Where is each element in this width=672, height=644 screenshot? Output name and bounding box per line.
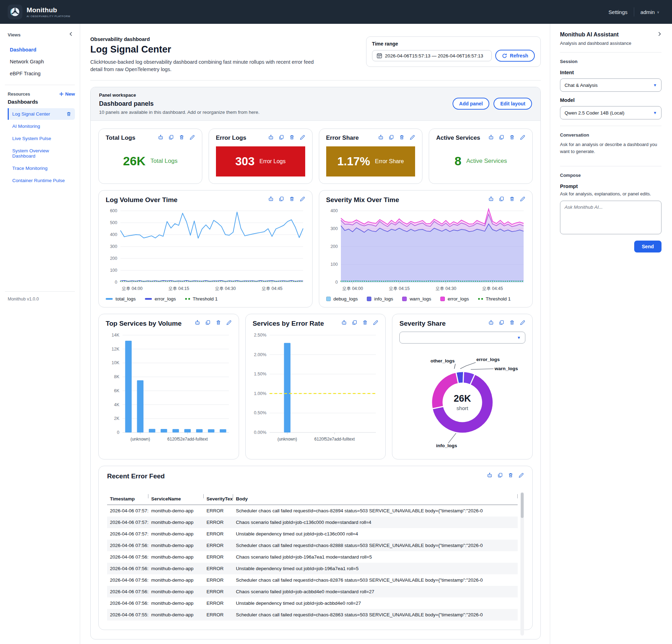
severity-share-donut: error_logswarn_logsinfo_logsother_logs26… — [399, 347, 525, 453]
delete-icon[interactable] — [509, 134, 515, 140]
dashboard-item-container-runtime-pulse[interactable]: Container Runtime Pulse — [8, 175, 75, 186]
duplicate-icon[interactable] — [499, 196, 504, 202]
error-feed-table: Timestamp ServiceName SeverityText Body … — [107, 494, 518, 621]
delete-icon[interactable] — [179, 134, 184, 140]
send-button[interactable]: Send — [634, 241, 662, 252]
user-menu[interactable]: admin ∨ — [640, 9, 659, 15]
column-header-timestamp[interactable]: Timestamp — [107, 494, 148, 505]
edit-icon[interactable] — [520, 320, 525, 325]
legend-item-warn_logs[interactable]: warn_logs — [402, 296, 431, 302]
conversation-label: Conversation — [560, 132, 662, 138]
delete-icon[interactable] — [509, 196, 515, 202]
feed-cell-severity: ERROR — [204, 517, 233, 528]
ai-robot-icon[interactable] — [488, 320, 494, 325]
svg-text:warn_logs: warn_logs — [494, 366, 518, 371]
delete-icon[interactable] — [362, 320, 368, 325]
duplicate-icon[interactable] — [499, 320, 504, 325]
duplicate-icon[interactable] — [279, 196, 284, 202]
ai-robot-icon[interactable] — [487, 472, 492, 478]
edit-icon[interactable] — [520, 196, 525, 202]
legend-item-error_logs[interactable]: error_logs — [440, 296, 469, 302]
dashboard-item-log-signal-center[interactable]: Log Signal Center — [8, 108, 75, 120]
panel-actions — [195, 320, 232, 325]
feed-cell-timestamp: 2026-04-06 07:55: — [107, 609, 148, 621]
duplicate-icon[interactable] — [168, 134, 174, 140]
feed-cell-service: monithub-demo-app — [148, 609, 204, 621]
delete-icon[interactable] — [216, 320, 221, 325]
chart-legend: debug_logsinfo_logswarn_logserror_logsTh… — [326, 296, 526, 302]
legend-item-debug_logs[interactable]: debug_logs — [326, 296, 358, 302]
edit-icon[interactable] — [226, 320, 232, 325]
feed-cell-severity: ERROR — [204, 540, 233, 551]
prompt-input[interactable] — [560, 201, 662, 234]
edit-icon[interactable] — [300, 134, 305, 140]
duplicate-icon[interactable] — [279, 134, 284, 140]
edit-layout-button[interactable]: Edit layout — [493, 98, 532, 110]
duplicate-icon[interactable] — [388, 134, 394, 140]
legend-item-threshold-1[interactable]: Threshold 1 — [478, 296, 511, 302]
ai-robot-icon[interactable] — [488, 196, 494, 202]
edit-icon[interactable] — [373, 320, 378, 325]
ai-robot-icon[interactable] — [268, 134, 274, 140]
add-panel-button[interactable]: Add panel — [453, 98, 490, 110]
panel-title: Log Volume Over Time — [106, 196, 177, 204]
sidebar-collapse-icon[interactable] — [67, 32, 75, 38]
ai-robot-icon[interactable] — [341, 320, 347, 325]
duplicate-icon[interactable] — [205, 320, 211, 325]
feed-cell-timestamp: 2026-04-06 07:56: — [107, 574, 148, 586]
time-range-input[interactable] — [372, 50, 492, 61]
legend-item-info_logs[interactable]: info_logs — [367, 296, 393, 302]
legend-item-error_logs[interactable]: error_logs — [145, 296, 176, 302]
workspace-subtitle: 10 panels are available in this dashboar… — [99, 110, 260, 115]
legend-item-threshold-1[interactable]: Threshold 1 — [185, 296, 218, 302]
dashboard-item-trace-monitoring[interactable]: Trace Monitoring — [8, 162, 75, 174]
delete-icon[interactable] — [509, 320, 515, 325]
time-range-value[interactable] — [385, 53, 487, 58]
ai-robot-icon[interactable] — [268, 196, 274, 202]
delete-icon[interactable] — [289, 196, 295, 202]
duplicate-icon[interactable] — [352, 320, 357, 325]
svg-text:6120f52e7add-fulltext: 6120f52e7add-fulltext — [314, 437, 355, 442]
edit-icon[interactable] — [520, 134, 525, 140]
column-header-servicename[interactable]: ServiceName — [148, 494, 204, 505]
settings-link[interactable]: Settings — [609, 9, 628, 15]
ai-robot-icon[interactable] — [158, 134, 163, 140]
severity-share-selector[interactable]: ▼ — [399, 332, 525, 344]
assistant-title: Monithub AI Assistant — [560, 32, 619, 38]
dashboard-item-live-system-pulse[interactable]: Live System Pulse — [8, 133, 75, 144]
legend-item-total_logs[interactable]: total_logs — [106, 296, 136, 302]
svg-text:오후 04:45: 오후 04:45 — [482, 286, 503, 291]
sidebar-item-network-graph[interactable]: Network Graph — [8, 57, 75, 66]
sidebar-item-dashboard[interactable]: Dashboard — [8, 46, 75, 54]
feed-row: 2026-04-06 07:56:monithub-demo-appERRORC… — [107, 551, 518, 563]
duplicate-icon[interactable] — [497, 472, 503, 478]
edit-icon[interactable] — [410, 134, 415, 140]
sidebar-item-ebpf-tracing[interactable]: eBPF Tracing — [8, 69, 75, 78]
refresh-button[interactable]: Refresh — [495, 50, 535, 62]
edit-icon[interactable] — [189, 134, 195, 140]
dashboard-item-ai-monitoring[interactable]: AI Monitoring — [8, 120, 75, 132]
ai-robot-icon[interactable] — [488, 134, 494, 140]
dashboard-item-system-overview[interactable]: System Overview Dashboard — [8, 145, 75, 162]
delete-icon[interactable] — [508, 472, 513, 478]
scrollbar-thumb[interactable] — [521, 493, 524, 518]
trash-icon[interactable] — [66, 111, 71, 117]
header-eyebrow: Observability dashboard — [90, 36, 314, 42]
model-select[interactable]: Qwen 2.5 Coder 14B (Local) ▼ — [560, 106, 662, 119]
assistant-expand-icon[interactable] — [658, 32, 662, 38]
edit-icon[interactable] — [300, 196, 305, 202]
duplicate-icon[interactable] — [499, 134, 504, 140]
column-header-severitytext[interactable]: SeverityText — [204, 494, 233, 505]
edit-icon[interactable] — [518, 472, 524, 478]
new-dashboard-button[interactable]: New — [59, 91, 75, 97]
delete-icon[interactable] — [399, 134, 405, 140]
table-scrollbar[interactable] — [520, 492, 524, 636]
feed-cell-severity: ERROR — [204, 563, 233, 574]
delete-icon[interactable] — [289, 134, 295, 140]
ai-robot-icon[interactable] — [378, 134, 384, 140]
panel-title: Error Logs — [216, 134, 246, 141]
column-header-body[interactable]: Body — [233, 494, 518, 505]
intent-select[interactable]: Chat & Analysis ▼ — [560, 78, 662, 92]
ai-robot-icon[interactable] — [195, 320, 200, 325]
svg-text:12K: 12K — [112, 347, 120, 352]
